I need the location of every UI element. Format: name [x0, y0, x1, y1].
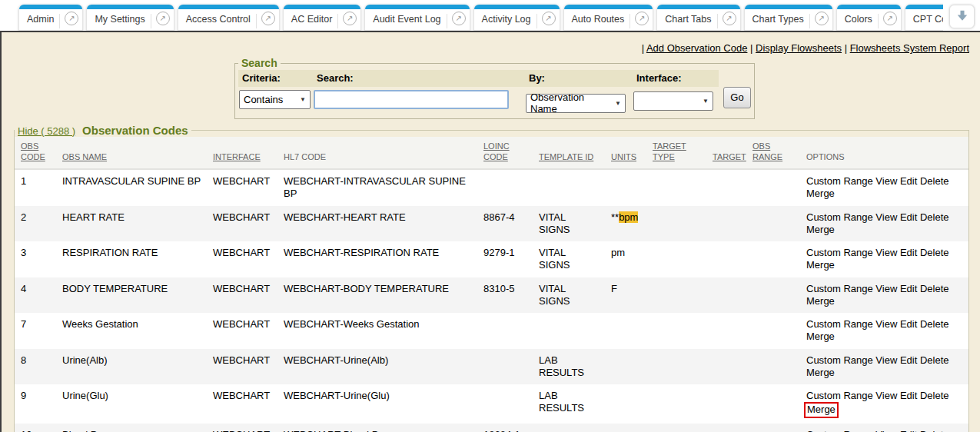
option-edit-link[interactable]: Edit: [900, 390, 917, 401]
option-custom-range-link[interactable]: Custom Range: [806, 390, 873, 401]
option-delete-link[interactable]: Delete: [920, 390, 949, 401]
observation-codes-panel: Hide ( 5288 ) Observation Codes OBS CODE…: [14, 124, 969, 432]
template-id-cell: VITAL SIGNS: [536, 206, 608, 242]
option-delete-link[interactable]: Delete: [920, 211, 949, 223]
hl7-code-cell: WEBCHART-Weeks Gestation: [281, 313, 480, 349]
open-in-new-window-icon[interactable]: ↗: [65, 12, 78, 25]
tab-label: Admin: [27, 14, 54, 25]
option-custom-range-link[interactable]: Custom Range: [806, 283, 873, 294]
option-delete-link[interactable]: Delete: [920, 318, 949, 330]
tab-access-control[interactable]: Access Control↗: [178, 5, 280, 31]
tab-chart-types[interactable]: Chart Types↗: [744, 5, 833, 31]
tab-my-settings[interactable]: My Settings↗: [86, 5, 174, 31]
tab-divider: [59, 14, 60, 28]
sort-link-obs-code[interactable]: OBS CODE: [21, 141, 56, 164]
option-custom-range-link[interactable]: Custom Range: [806, 354, 873, 366]
down-arrow-icon: [955, 8, 970, 25]
open-in-new-window-icon[interactable]: ↗: [452, 12, 466, 25]
tab-label: Chart Tabs: [665, 14, 711, 25]
option-merge-link[interactable]: Merge: [806, 259, 835, 271]
option-custom-range-link[interactable]: Custom Range: [806, 211, 873, 223]
sort-link-interface[interactable]: INTERFACE: [213, 152, 261, 161]
sort-link-obs-name[interactable]: OBS NAME: [62, 152, 107, 161]
sort-link-template-id[interactable]: TEMPLATE ID: [539, 152, 593, 161]
open-in-new-window-icon[interactable]: ↗: [542, 12, 556, 25]
by-select[interactable]: Observation Name ▼: [526, 94, 626, 113]
tab-colors[interactable]: Colors↗: [836, 5, 902, 31]
option-edit-link[interactable]: Edit: [900, 429, 917, 432]
tab-cpt-codes[interactable]: CPT Codes↗: [905, 5, 943, 31]
open-in-new-window-icon[interactable]: ↗: [883, 12, 897, 25]
tab-ac-editor[interactable]: AC Editor↗: [283, 5, 362, 31]
option-view-link[interactable]: View: [875, 354, 897, 366]
option-view-link[interactable]: View: [875, 429, 897, 432]
units-cell: [608, 349, 649, 385]
option-merge-link[interactable]: Merge: [807, 404, 835, 415]
target-cell: [709, 169, 749, 206]
option-edit-link[interactable]: Edit: [900, 354, 917, 366]
option-merge-link[interactable]: Merge: [806, 367, 835, 378]
loinc-code-cell: 8867-4: [480, 206, 536, 242]
option-delete-link[interactable]: Delete: [920, 175, 949, 187]
option-view-link[interactable]: View: [875, 390, 897, 401]
option-view-link[interactable]: View: [875, 247, 897, 258]
open-in-new-window-icon[interactable]: ↗: [815, 12, 829, 25]
sort-link-obs-range[interactable]: OBS RANGE: [752, 141, 788, 164]
option-edit-link[interactable]: Edit: [900, 175, 917, 187]
tab-chart-tabs[interactable]: Chart Tabs↗: [656, 5, 740, 31]
option-edit-link[interactable]: Edit: [900, 318, 917, 330]
option-custom-range-link[interactable]: Custom Range: [806, 318, 873, 330]
options-cell: Custom Range View Edit Delete Merge: [803, 349, 968, 385]
option-view-link[interactable]: View: [875, 283, 897, 294]
open-in-new-window-icon[interactable]: ↗: [343, 12, 357, 25]
sort-link-units[interactable]: UNITS: [611, 152, 636, 161]
option-edit-link[interactable]: Edit: [900, 247, 917, 258]
option-delete-link[interactable]: Delete: [920, 429, 949, 432]
link-add-observation-code[interactable]: Add Observation Code: [646, 42, 748, 54]
target-type-cell: [649, 241, 709, 277]
sort-link-target-type[interactable]: TARGET TYPE: [653, 141, 688, 164]
hide-link[interactable]: Hide ( 5288 ): [18, 125, 75, 137]
option-merge-link[interactable]: Merge: [806, 224, 835, 235]
link-flowsheets-system-report[interactable]: Flowsheets System Report: [850, 42, 969, 54]
option-merge-link[interactable]: Merge: [806, 295, 835, 307]
tab-overflow-button[interactable]: [949, 5, 975, 28]
units-cell: [608, 424, 649, 432]
go-button[interactable]: Go: [723, 87, 751, 108]
tab-activity-log[interactable]: Activity Log↗: [473, 5, 560, 31]
option-view-link[interactable]: View: [875, 318, 897, 330]
open-in-new-window-icon[interactable]: ↗: [723, 12, 736, 25]
tab-bar: Admin↗My Settings↗Access Control↗AC Edit…: [0, 0, 980, 32]
option-delete-link[interactable]: Delete: [920, 354, 949, 366]
search-input[interactable]: [314, 90, 509, 109]
option-edit-link[interactable]: Edit: [900, 211, 917, 223]
loinc-code-cell: 18684-1: [480, 424, 536, 432]
option-custom-range-link[interactable]: Custom Range: [806, 247, 873, 258]
option-view-link[interactable]: View: [875, 211, 897, 223]
open-in-new-window-icon[interactable]: ↗: [156, 12, 170, 25]
target-cell: [709, 384, 749, 424]
open-in-new-window-icon[interactable]: ↗: [635, 12, 649, 25]
sort-link-target[interactable]: TARGET: [713, 152, 746, 161]
tab-admin[interactable]: Admin↗: [18, 5, 83, 31]
option-edit-link[interactable]: Edit: [900, 283, 917, 294]
criteria-select[interactable]: Contains ▼: [239, 90, 311, 109]
tab-divider: [337, 14, 338, 28]
tab-label: Access Control: [186, 14, 251, 25]
tab-audit-event-log[interactable]: Audit Event Log↗: [364, 5, 470, 31]
option-custom-range-link[interactable]: Custom Range: [806, 175, 873, 187]
sort-link-loinc-code[interactable]: LOINC CODE: [483, 141, 519, 164]
option-custom-range-link[interactable]: Custom Range: [806, 429, 873, 432]
option-merge-link[interactable]: Merge: [806, 331, 835, 342]
tab-auto-routes[interactable]: Auto Routes↗: [563, 5, 654, 31]
option-delete-link[interactable]: Delete: [920, 283, 949, 294]
template-id-cell: [536, 169, 608, 206]
option-merge-link[interactable]: Merge: [806, 188, 835, 199]
open-in-new-window-icon[interactable]: ↗: [261, 12, 275, 25]
hl7-code-cell: WEBCHART-HEART RATE: [281, 206, 480, 242]
interface-select[interactable]: ▼: [633, 91, 713, 111]
hl7-code-cell: WEBCHART-Urine(Alb): [281, 349, 480, 385]
option-delete-link[interactable]: Delete: [920, 247, 949, 258]
option-view-link[interactable]: View: [875, 175, 897, 187]
link-display-flowsheets[interactable]: Display Flowsheets: [756, 42, 842, 54]
